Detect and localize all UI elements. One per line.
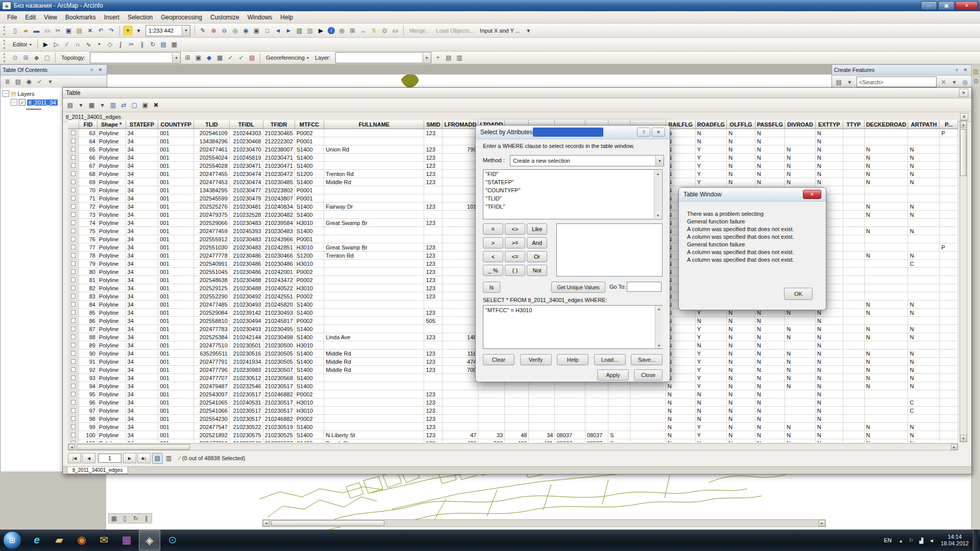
add-data-icon[interactable]: + — [123, 26, 133, 35]
menu-item[interactable]: Geoprocessing — [157, 12, 206, 22]
map-scale-combo[interactable]: 1:233 442 ▾ — [145, 25, 190, 36]
last-record-button[interactable]: ▶| — [137, 453, 151, 463]
table-options-icon[interactable]: ▤ — [65, 101, 75, 110]
find-icon[interactable]: ◎ — [337, 26, 347, 35]
menu-item[interactable]: Edit — [21, 12, 40, 22]
operator-button[interactable]: >= — [505, 237, 525, 248]
row-selector[interactable] — [68, 162, 79, 170]
table-vertical-scrollbar[interactable]: ▲ ▼ — [960, 120, 967, 442]
scroll-right-icon[interactable]: ► — [819, 520, 825, 527]
operator-button[interactable]: <= — [505, 251, 525, 262]
row-selector[interactable] — [68, 219, 79, 227]
outlook-icon[interactable]: ✉ — [94, 530, 114, 549]
row-selector[interactable] — [68, 317, 79, 325]
point-tool-icon[interactable]: • — [94, 40, 104, 49]
field-list-item[interactable]: "TLID" — [483, 194, 662, 203]
row-selector[interactable] — [68, 243, 79, 252]
search-input[interactable]: <Search> — [856, 77, 937, 87]
row-selector[interactable] — [68, 186, 79, 194]
field-list[interactable]: "FID""STATEFP""COUNTYFP""TLID""TFIDL" ▲▼ — [483, 169, 663, 219]
column-header[interactable]: LFROMADD — [443, 120, 478, 129]
menu-item[interactable]: Customize — [206, 12, 243, 22]
refresh-view-icon[interactable]: ↻ — [131, 514, 140, 523]
chevron-down-icon[interactable]: ▾ — [172, 53, 180, 62]
row-selector[interactable] — [68, 341, 79, 349]
column-header[interactable] — [68, 120, 79, 129]
column-header[interactable]: SMID — [424, 120, 443, 129]
close-button[interactable]: ✕ — [955, 1, 978, 10]
show-desktop-button[interactable] — [973, 530, 978, 551]
templates-dropdown-icon[interactable]: ▾ — [845, 77, 854, 87]
undo-icon[interactable]: ↶ — [96, 26, 106, 35]
column-header[interactable]: PASSFLG — [755, 120, 785, 129]
add-control-points-icon[interactable]: + — [433, 53, 443, 63]
back-extent-icon[interactable]: ◄ — [273, 26, 283, 35]
operator-button[interactable]: _ % — [483, 265, 503, 276]
scroll-left-icon[interactable]: ◄ — [263, 520, 270, 527]
unique-values-list[interactable] — [556, 223, 663, 277]
measure-icon[interactable]: ↔ — [358, 26, 368, 35]
network-icon[interactable]: ▟ — [917, 536, 925, 544]
column-header[interactable]: COUNTYFP — [158, 120, 194, 129]
select-features-icon[interactable]: ▧ — [295, 26, 304, 35]
previous-record-button[interactable]: ◀ — [82, 453, 95, 463]
search-icon[interactable]: ⊙ — [162, 530, 183, 549]
dialog-button[interactable]: Help — [557, 354, 589, 365]
row-selector[interactable] — [68, 145, 79, 154]
snapping-end-icon[interactable]: ▢ — [42, 53, 52, 63]
get-unique-values-button[interactable]: Get Unique Values — [551, 282, 605, 293]
dialog-button[interactable]: Save... — [631, 354, 663, 365]
organize-templates-icon[interactable]: ▤ — [834, 77, 844, 87]
operator-button[interactable]: < — [483, 251, 503, 262]
related-tables-dropdown-icon[interactable]: ▾ — [97, 101, 107, 110]
full-extent-icon[interactable]: ◉ — [241, 26, 251, 35]
arctoolbox-icon[interactable]: ▦ — [116, 530, 137, 549]
select-elements-icon[interactable]: ▶ — [316, 26, 326, 35]
row-selector[interactable] — [68, 423, 79, 431]
chevron-down-icon[interactable]: ▾ — [655, 156, 664, 165]
dialog-button[interactable]: Load... — [594, 354, 626, 365]
line-symbol[interactable] — [26, 109, 41, 110]
row-selector[interactable] — [68, 366, 79, 374]
edit-annotation-tool-icon[interactable]: ▷ — [52, 40, 61, 49]
clear-search-icon[interactable]: ✕ — [939, 77, 948, 87]
toolbar-grip[interactable] — [4, 53, 7, 62]
row-selector[interactable] — [68, 170, 79, 178]
cut-icon[interactable]: ✂ — [53, 26, 63, 35]
viewer-window-icon[interactable]: ▭ — [390, 26, 400, 35]
operator-button[interactable]: And — [527, 237, 547, 248]
column-header[interactable]: ROADFLG — [695, 120, 726, 129]
column-header[interactable]: DIVROAD — [785, 120, 816, 129]
method-combo[interactable]: Create a new selection ▾ — [510, 155, 664, 166]
explorer-icon[interactable]: ▰ — [49, 530, 69, 549]
column-header[interactable]: FID — [79, 120, 97, 129]
close-icon[interactable]: ✕ — [96, 66, 105, 74]
select-topology-icon[interactable]: ▣ — [193, 53, 203, 63]
table-tab[interactable]: tl_2011_34001_edges — [67, 467, 128, 474]
row-selector[interactable] — [68, 252, 79, 260]
topology-edit-tool-icon[interactable]: ◆ — [204, 53, 214, 63]
field-list-item[interactable]: "COUNTYFP" — [483, 186, 662, 194]
load-objects-button[interactable]: Load Objects... — [436, 28, 474, 34]
close-icon[interactable]: ✕ — [652, 128, 665, 137]
tray-expand-icon[interactable]: ▴ — [897, 536, 905, 544]
histogram-icon[interactable]: ▥ — [455, 53, 464, 63]
field-list-item[interactable]: "FID" — [483, 170, 662, 178]
endpoint-arc-icon[interactable]: ∩ — [73, 40, 83, 49]
column-header[interactable]: P... — [940, 120, 958, 129]
row-selector[interactable] — [68, 415, 79, 423]
column-header[interactable]: FULLNAME — [324, 120, 424, 129]
snapping-vertex-icon[interactable]: ◆ — [32, 53, 41, 63]
clear-selection-icon[interactable]: ▢ — [130, 101, 139, 110]
column-header[interactable]: EXTTYP — [816, 120, 843, 129]
list-by-drawing-order-icon[interactable]: ≣ — [3, 77, 12, 87]
operator-button[interactable]: Or — [527, 251, 547, 262]
operator-button[interactable]: <> — [505, 223, 525, 235]
zoom-out-icon[interactable]: ⊖ — [219, 26, 229, 35]
row-selector[interactable] — [68, 382, 79, 390]
field-list-item[interactable]: "STATEFP" — [483, 178, 662, 186]
add-data-dropdown-icon[interactable]: ▾ — [134, 26, 143, 35]
go-to-xy-icon[interactable]: ⊞ — [348, 26, 357, 35]
forward-extent-icon[interactable]: ► — [284, 26, 293, 35]
ok-button[interactable]: OK — [784, 288, 813, 300]
